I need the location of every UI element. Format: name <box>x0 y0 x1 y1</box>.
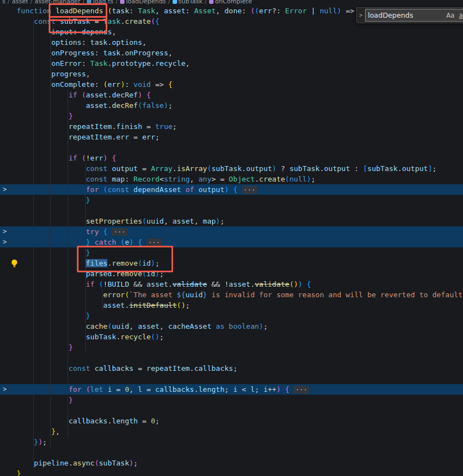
code-area[interactable]: function loadDepends (task: Task, asset:… <box>0 6 463 476</box>
breadcrumb-item-label: onComplete <box>215 0 252 5</box>
match-case-button[interactable]: Aa <box>445 11 456 20</box>
breadcrumb-item[interactable]: subTask <box>173 0 202 5</box>
code-line[interactable]: error(`The asset ${uuid} is invalid for … <box>0 289 463 300</box>
fold-chevron-icon[interactable]: > <box>3 184 7 195</box>
breadcrumb-item-label: asset <box>12 0 28 5</box>
breadcrumb-item[interactable]: asset-manager <box>34 0 80 5</box>
code-line[interactable]: } <box>0 111 463 121</box>
breadcrumb: s/asset/asset-manager/load.ts/loadDepend… <box>0 0 463 6</box>
fold-chevron-icon[interactable]: > <box>3 226 7 237</box>
breadcrumb-item[interactable]: load.ts <box>87 0 113 5</box>
breadcrumb-item[interactable]: loadDepends <box>120 0 166 5</box>
find-query-text: loadDepends <box>368 11 444 19</box>
method-icon <box>209 0 214 4</box>
code-line[interactable]: } <box>0 247 463 258</box>
code-line[interactable] <box>0 205 463 216</box>
lightbulb-icon[interactable] <box>11 260 18 270</box>
code-line[interactable]: files.remove(id); <box>0 258 463 268</box>
code-line[interactable]: parsed.remove(id); <box>0 268 463 279</box>
chevron-right-icon: > <box>359 12 362 18</box>
code-line[interactable]: const map: Record<string, any> = Object.… <box>0 174 463 184</box>
code-line[interactable]: callbacks.length = 0; <box>0 416 463 426</box>
breadcrumb-item[interactable]: onComplete <box>209 0 252 5</box>
code-line[interactable]: progress, <box>0 69 463 79</box>
code-line[interactable]: if (!err) { <box>0 153 463 163</box>
breadcrumb-item-label: load.ts <box>93 0 113 5</box>
breadcrumb-item-label: loadDepends <box>126 0 166 5</box>
code-editor: function loadDepends (task: Task, asset:… <box>0 0 463 476</box>
code-line[interactable]: } <box>0 468 463 476</box>
breadcrumb-separator: / <box>30 0 33 5</box>
code-line[interactable]: > for (let i = 0, l = callbacks.length; … <box>0 384 463 395</box>
code-line[interactable]: > } catch (e) { ··· <box>0 237 463 247</box>
code-line[interactable]: subTask.recycle(); <box>0 332 463 342</box>
code-line[interactable]: > for (const dependAsset of output) { ··… <box>0 184 463 195</box>
fold-chevron-icon[interactable]: > <box>3 384 7 395</box>
variable-icon <box>173 0 177 4</box>
breadcrumb-separator: / <box>168 0 170 5</box>
code-line[interactable]: } <box>0 195 463 205</box>
code-line[interactable] <box>0 405 463 416</box>
typescript-file-icon <box>87 0 91 4</box>
whole-word-button[interactable]: ab <box>457 11 463 20</box>
code-line[interactable]: } <box>0 311 463 321</box>
code-line[interactable]: asset.initDefault(); <box>0 300 463 311</box>
code-line[interactable] <box>0 447 463 458</box>
breadcrumb-separator: / <box>116 0 118 5</box>
toggle-replace-button[interactable]: > <box>357 8 365 23</box>
code-line[interactable]: }); <box>0 437 463 447</box>
breadcrumb-item-label: subTask <box>179 0 202 5</box>
breadcrumb-separator: / <box>8 0 10 5</box>
code-line[interactable]: options: task.options, <box>0 37 463 48</box>
fold-chevron-icon[interactable]: > <box>3 237 7 247</box>
code-line[interactable]: repeatItem.finish = true; <box>0 121 463 132</box>
code-line[interactable]: onProgress: task.onProgress, <box>0 48 463 58</box>
code-line[interactable]: const output = Array.isArray(subTask.out… <box>0 163 463 174</box>
code-line[interactable]: if (!BUILD && asset.validate && !asset.v… <box>0 279 463 289</box>
code-line[interactable]: }, <box>0 426 463 437</box>
code-line[interactable]: onComplete: (err): void => { <box>0 79 463 90</box>
code-line[interactable]: setProperties(uuid, asset, map); <box>0 216 463 226</box>
code-line[interactable]: input: depends, <box>0 27 463 37</box>
code-line[interactable]: const callbacks = repeatItem.callbacks; <box>0 363 463 374</box>
code-line[interactable] <box>0 142 463 153</box>
code-line[interactable]: cache(uuid, asset, cacheAsset as boolean… <box>0 321 463 332</box>
breadcrumb-item[interactable]: s <box>2 0 6 5</box>
code-line[interactable]: onError: Task.prototype.recycle, <box>0 58 463 69</box>
breadcrumb-item[interactable]: asset <box>12 0 28 5</box>
code-line[interactable]: pipeline.async(subTask); <box>0 458 463 468</box>
code-line[interactable]: if (asset.decRef) { <box>0 90 463 100</box>
find-widget: > loadDepends Aa ab <box>356 7 463 23</box>
code-line[interactable]: } <box>0 395 463 405</box>
breadcrumb-item-label: asset-manager <box>34 0 80 5</box>
breadcrumb-item-label: s <box>2 0 6 5</box>
breadcrumb-separator: / <box>205 0 207 5</box>
code-line[interactable] <box>0 374 463 384</box>
code-line[interactable] <box>0 353 463 363</box>
breadcrumb-separator: / <box>82 0 85 5</box>
code-line[interactable]: asset.decRef(false); <box>0 100 463 111</box>
code-line[interactable]: > try { ··· <box>0 226 463 237</box>
find-input[interactable]: loadDepends Aa ab <box>365 9 463 22</box>
code-line[interactable]: repeatItem.err = err; <box>0 132 463 142</box>
code-line[interactable]: } <box>0 342 463 353</box>
method-icon <box>120 0 124 4</box>
